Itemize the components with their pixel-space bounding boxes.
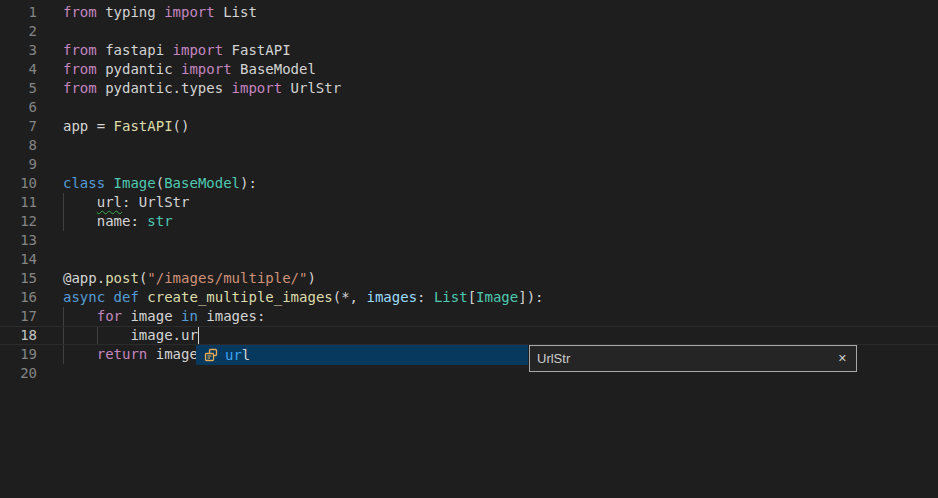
close-icon[interactable]: ✕ bbox=[838, 352, 847, 365]
token: : UrlStr bbox=[122, 194, 189, 210]
code-line-content: from pydantic.types import UrlStr bbox=[38, 79, 938, 98]
token: name: bbox=[63, 213, 147, 229]
line-number: 7 bbox=[0, 117, 38, 136]
token: "/images/multiple/" bbox=[147, 270, 307, 286]
code-line-9[interactable]: 9 bbox=[0, 155, 938, 174]
editor-code-area[interactable]: 1from typing import List23from fastapi i… bbox=[0, 3, 938, 383]
line-number: 16 bbox=[0, 288, 38, 307]
suggestion-match-text: ur bbox=[225, 347, 242, 363]
token: from bbox=[63, 61, 97, 77]
code-line-content: name: str bbox=[38, 212, 938, 231]
code-line-2[interactable]: 2 bbox=[0, 22, 938, 41]
code-line-content: @app.post("/images/multiple/") bbox=[38, 269, 938, 288]
token: pydantic.types bbox=[97, 80, 232, 96]
code-line-7[interactable]: 7app = FastAPI() bbox=[0, 117, 938, 136]
line-number: 5 bbox=[0, 79, 38, 98]
code-line-16[interactable]: 16async def create_multiple_images(*, im… bbox=[0, 288, 938, 307]
token: import bbox=[164, 4, 215, 20]
suggest-detail-pane: UrlStr ✕ bbox=[529, 345, 857, 372]
line-number: 8 bbox=[0, 136, 38, 155]
token: : bbox=[417, 289, 434, 305]
token: for bbox=[97, 308, 122, 324]
line-number: 19 bbox=[0, 345, 38, 364]
code-line-14[interactable]: 14 bbox=[0, 250, 938, 269]
token: image bbox=[122, 308, 181, 324]
token: ]): bbox=[518, 289, 543, 305]
line-number: 10 bbox=[0, 174, 38, 193]
suggest-detail-text: UrlStr bbox=[537, 351, 838, 366]
line-number: 6 bbox=[0, 98, 38, 117]
code-line-content: for image in images: bbox=[38, 307, 938, 326]
code-line-8[interactable]: 8 bbox=[0, 136, 938, 155]
code-line-content: from fastapi import FastAPI bbox=[38, 41, 938, 60]
token: images: bbox=[198, 308, 265, 324]
token: import bbox=[181, 61, 232, 77]
code-line-3[interactable]: 3from fastapi import FastAPI bbox=[0, 41, 938, 60]
line-number: 17 bbox=[0, 307, 38, 326]
token: pydantic bbox=[97, 61, 181, 77]
code-editor: 1from typing import List23from fastapi i… bbox=[0, 0, 938, 498]
token bbox=[63, 194, 97, 210]
token bbox=[105, 289, 113, 305]
code-line-content bbox=[38, 155, 938, 174]
code-line-content bbox=[38, 22, 938, 41]
token: () bbox=[173, 118, 190, 134]
code-line-17[interactable]: 17 for image in images: bbox=[0, 307, 938, 326]
token: BaseModel bbox=[164, 175, 240, 191]
line-number: 20 bbox=[0, 364, 38, 383]
code-line-12[interactable]: 12 name: str bbox=[0, 212, 938, 231]
indent-guide bbox=[63, 307, 64, 326]
code-line-13[interactable]: 13 bbox=[0, 231, 938, 250]
token: ): bbox=[240, 175, 257, 191]
code-line-15[interactable]: 15@app.post("/images/multiple/") bbox=[0, 269, 938, 288]
code-line-11[interactable]: 11 url: UrlStr bbox=[0, 193, 938, 212]
token: typing bbox=[97, 4, 164, 20]
code-line-content: from typing import List bbox=[38, 3, 938, 22]
line-number: 15 bbox=[0, 269, 38, 288]
token: FastAPI bbox=[223, 42, 290, 58]
text-cursor bbox=[198, 327, 200, 344]
token: images bbox=[366, 289, 417, 305]
line-number: 11 bbox=[0, 193, 38, 212]
suggestion-label: url bbox=[225, 347, 250, 363]
token: post bbox=[105, 270, 139, 286]
token: List bbox=[215, 4, 257, 20]
suggestion-rest-text: l bbox=[242, 347, 250, 363]
code-line-18[interactable]: 18 image.ur bbox=[0, 326, 938, 345]
line-number: 14 bbox=[0, 250, 38, 269]
token: from bbox=[63, 4, 97, 20]
code-line-content: image.ur bbox=[38, 326, 938, 345]
token: ) bbox=[307, 270, 315, 286]
token: ( bbox=[156, 175, 164, 191]
code-line-4[interactable]: 4from pydantic import BaseModel bbox=[0, 60, 938, 79]
token: class bbox=[63, 175, 114, 191]
token: image.ur bbox=[63, 327, 198, 343]
code-line-6[interactable]: 6 bbox=[0, 98, 938, 117]
token: str bbox=[147, 213, 172, 229]
indent-guide bbox=[97, 326, 98, 345]
token: from bbox=[63, 80, 97, 96]
code-line-10[interactable]: 10class Image(BaseModel): bbox=[0, 174, 938, 193]
token: Image bbox=[114, 175, 156, 191]
code-line-content: async def create_multiple_images(*, imag… bbox=[38, 288, 938, 307]
token: return bbox=[97, 346, 148, 362]
token: Image bbox=[476, 289, 518, 305]
line-number: 9 bbox=[0, 155, 38, 174]
line-number: 3 bbox=[0, 41, 38, 60]
token: FastAPI bbox=[114, 118, 173, 134]
line-number: 1 bbox=[0, 3, 38, 22]
line-number: 12 bbox=[0, 212, 38, 231]
token: BaseModel bbox=[232, 61, 316, 77]
line-number: 4 bbox=[0, 60, 38, 79]
code-line-5[interactable]: 5from pydantic.types import UrlStr bbox=[0, 79, 938, 98]
token: UrlStr bbox=[282, 80, 341, 96]
suggestion-item-url[interactable]: url bbox=[196, 345, 528, 365]
token: List bbox=[434, 289, 468, 305]
indent-guide bbox=[63, 345, 64, 364]
code-line-content: app = FastAPI() bbox=[38, 117, 938, 136]
code-line-1[interactable]: 1from typing import List bbox=[0, 3, 938, 22]
token: [ bbox=[468, 289, 476, 305]
code-line-content: url: UrlStr bbox=[38, 193, 938, 212]
line-number: 18 bbox=[0, 326, 38, 345]
code-line-content: class Image(BaseModel): bbox=[38, 174, 938, 193]
